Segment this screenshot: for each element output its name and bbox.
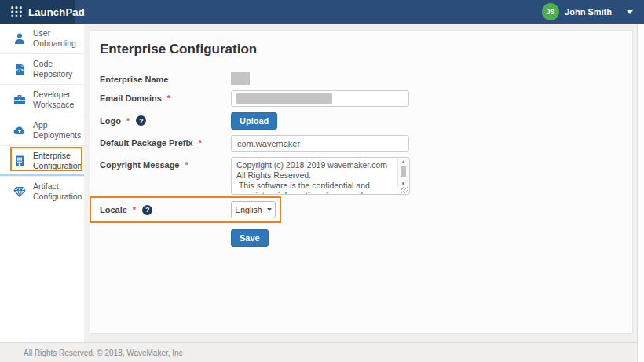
sidebar-item-user-onboarding[interactable]: User Onboarding — [0, 24, 84, 54]
svg-text:</>: </> — [16, 68, 24, 72]
diamond-icon — [13, 185, 26, 198]
locale-selected-value: English — [235, 205, 262, 214]
sidebar-item-app-deployments[interactable]: App Deployments — [0, 115, 84, 146]
brand-title: LaunchPad — [28, 6, 85, 18]
sidebar-item-code-repository[interactable]: </> Code Repository — [0, 54, 84, 85]
locale-help-icon[interactable]: ? — [142, 205, 152, 215]
cloud-upload-icon — [13, 124, 26, 137]
logo-label: Logo* ? — [100, 112, 231, 126]
page-title: Enterprise Configuration — [100, 42, 623, 57]
building-icon — [13, 155, 26, 167]
user-icon — [13, 32, 26, 45]
sidebar-item-label: Enterprise Configuration — [33, 151, 83, 171]
top-header: LaunchPad JS John Smith — [0, 0, 644, 24]
textarea-scrollbar[interactable]: ▲ ▼ — [397, 159, 408, 187]
enterprise-configuration-panel: Enterprise Configuration Enterprise Name… — [90, 30, 633, 334]
brand-area[interactable]: LaunchPad — [0, 0, 75, 24]
copyright-row: Copyright Message* Copyright (c) 2018-20… — [100, 157, 623, 195]
user-name: John Smith — [565, 7, 612, 16]
enterprise-name-row: Enterprise Name — [100, 71, 623, 85]
locale-row-annotation: Locale* ? English — [90, 196, 281, 223]
apps-grid-icon — [10, 5, 23, 18]
scroll-up-icon[interactable]: ▲ — [401, 159, 406, 165]
logo-row: Logo* ? Upload — [100, 112, 623, 130]
upload-button[interactable]: Upload — [231, 112, 277, 130]
select-caret-icon — [267, 208, 272, 211]
active-item-underline — [0, 174, 84, 176]
avatar[interactable]: JS — [542, 3, 559, 20]
resize-grip-icon[interactable] — [401, 187, 408, 193]
copyright-text: Copyright (c) 2018-2019 wavemaker.com Al… — [236, 160, 397, 194]
email-domains-field-wrap — [231, 90, 409, 107]
email-domains-row: Email Domains* — [100, 90, 623, 107]
email-domains-value-redacted — [236, 93, 332, 104]
footer-copyright-text: All Rights Reserved. © 2018, WaveMaker, … — [0, 349, 183, 357]
sidebar-item-label: Code Repository — [33, 59, 83, 79]
page-scrollbar[interactable] — [637, 24, 644, 362]
locale-select[interactable]: English — [231, 201, 276, 218]
sidebar-item-label: Artifact Configuration — [33, 181, 83, 202]
save-row: Save — [231, 229, 623, 247]
sidebar: User Onboarding </> Code Repository Deve… — [0, 24, 84, 343]
sidebar-item-artifact-configuration[interactable]: Artifact Configuration — [0, 177, 84, 207]
email-domains-label: Email Domains* — [100, 90, 231, 103]
briefcase-icon — [13, 93, 26, 106]
enterprise-name-label: Enterprise Name — [100, 71, 231, 84]
chevron-down-icon[interactable] — [627, 10, 633, 14]
sidebar-item-label: User Onboarding — [33, 28, 83, 49]
copyright-label: Copyright Message* — [100, 157, 231, 170]
package-prefix-row: Default Package Prefix* — [100, 135, 623, 152]
footer: All Rights Reserved. © 2018, WaveMaker, … — [0, 342, 644, 362]
package-prefix-label: Default Package Prefix* — [100, 135, 231, 148]
locale-label: Locale* ? — [100, 205, 231, 215]
sidebar-item-label: App Deployments — [33, 120, 83, 141]
scroll-down-icon[interactable]: ▼ — [401, 181, 406, 187]
copyright-textarea[interactable]: Copyright (c) 2018-2019 wavemaker.com Al… — [231, 157, 410, 195]
scrollbar-thumb[interactable] — [401, 166, 406, 177]
enterprise-name-value-redacted — [231, 72, 250, 85]
logo-help-icon[interactable]: ? — [136, 115, 146, 126]
sidebar-item-developer-workspace[interactable]: Developer Workspace — [0, 85, 84, 115]
code-file-icon: </> — [13, 63, 26, 75]
save-button[interactable]: Save — [231, 229, 269, 247]
sidebar-item-label: Developer Workspace — [33, 90, 83, 110]
sidebar-item-enterprise-configuration[interactable]: Enterprise Configuration — [0, 146, 84, 177]
user-menu[interactable]: JS John Smith — [542, 3, 644, 20]
package-prefix-input[interactable] — [231, 135, 409, 152]
